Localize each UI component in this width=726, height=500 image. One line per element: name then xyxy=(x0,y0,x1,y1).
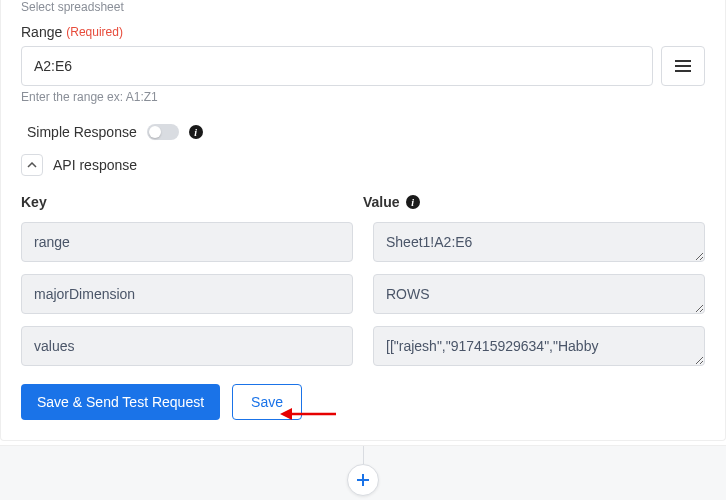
plus-icon xyxy=(356,473,370,487)
table-row: ROWS xyxy=(21,274,705,314)
range-menu-button[interactable] xyxy=(661,46,705,86)
value-column-header: Value xyxy=(363,194,400,210)
svg-rect-2 xyxy=(675,70,691,72)
key-input-values[interactable] xyxy=(21,326,353,366)
info-icon[interactable]: i xyxy=(406,195,420,209)
canvas-area xyxy=(0,445,726,500)
range-helper: Enter the range ex: A1:Z1 xyxy=(21,90,705,104)
range-label: Range (Required) xyxy=(21,24,705,40)
svg-rect-1 xyxy=(675,65,691,67)
api-response-label: API response xyxy=(53,157,137,173)
value-input-range[interactable]: Sheet1!A2:E6 xyxy=(373,222,705,262)
connector-line xyxy=(363,446,364,464)
value-input-majordimension[interactable]: ROWS xyxy=(373,274,705,314)
range-input[interactable] xyxy=(21,46,653,86)
range-label-text: Range xyxy=(21,24,62,40)
range-required: (Required) xyxy=(66,25,123,39)
save-send-test-button[interactable]: Save & Send Test Request xyxy=(21,384,220,420)
add-step-button[interactable] xyxy=(347,464,379,496)
hamburger-icon xyxy=(675,60,691,72)
info-icon[interactable]: i xyxy=(189,125,203,139)
simple-response-toggle[interactable] xyxy=(147,124,179,140)
key-input-majordimension[interactable] xyxy=(21,274,353,314)
save-button[interactable]: Save xyxy=(232,384,302,420)
simple-response-label: Simple Response xyxy=(27,124,137,140)
api-response-collapse-button[interactable] xyxy=(21,154,43,176)
table-row: [["rajesh","917415929634","Habby xyxy=(21,326,705,366)
key-input-range[interactable] xyxy=(21,222,353,262)
select-spreadsheet-label: Select spreadsheet xyxy=(21,0,705,14)
key-column-header: Key xyxy=(21,194,363,210)
value-input-values[interactable]: [["rajesh","917415929634","Habby xyxy=(373,326,705,366)
chevron-up-icon xyxy=(27,162,37,168)
svg-rect-0 xyxy=(675,60,691,62)
table-row: Sheet1!A2:E6 xyxy=(21,222,705,262)
svg-rect-6 xyxy=(357,479,369,481)
